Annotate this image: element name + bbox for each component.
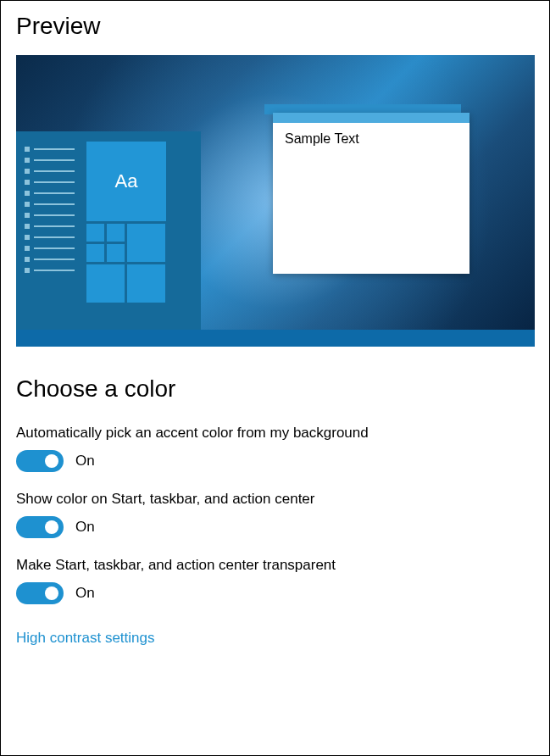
tile-small — [86, 244, 104, 262]
toggle-state: On — [75, 519, 95, 536]
tile-small — [107, 224, 125, 242]
setting-label: Show color on Start, taskbar, and action… — [16, 491, 534, 508]
tile-medium — [127, 264, 165, 303]
tile-big: Aa — [86, 142, 166, 221]
setting-label: Make Start, taskbar, and action center t… — [16, 557, 534, 574]
tile-medium — [86, 264, 125, 303]
toggle-knob — [45, 586, 58, 600]
start-list-preview — [25, 142, 75, 320]
toggle-knob — [45, 454, 58, 468]
toggle-knob — [45, 520, 58, 534]
toggle-show-color[interactable] — [16, 516, 64, 538]
start-tiles-preview: Aa — [86, 142, 166, 320]
toggle-transparent[interactable] — [16, 582, 64, 604]
setting-transparent: Make Start, taskbar, and action center t… — [16, 557, 534, 604]
tile-small — [107, 244, 125, 262]
toggle-auto-accent[interactable] — [16, 450, 64, 472]
tile-small — [86, 224, 104, 242]
sample-window: Sample Text — [273, 113, 469, 274]
start-menu-preview: Aa — [16, 131, 201, 330]
preview-heading: Preview — [16, 13, 534, 40]
setting-label: Automatically pick an accent color from … — [16, 425, 534, 442]
setting-show-color: Show color on Start, taskbar, and action… — [16, 491, 534, 538]
tile-medium — [127, 224, 165, 262]
toggle-state: On — [75, 585, 95, 602]
sample-window-text: Sample Text — [273, 123, 469, 155]
setting-auto-accent: Automatically pick an accent color from … — [16, 425, 534, 472]
desktop-preview: Sample Text Aa — [16, 55, 535, 347]
toggle-state: On — [75, 453, 95, 470]
sample-window-titlebar — [273, 113, 469, 123]
choose-color-heading: Choose a color — [16, 375, 534, 403]
taskbar-preview — [16, 330, 535, 347]
high-contrast-link[interactable]: High contrast settings — [16, 630, 154, 647]
